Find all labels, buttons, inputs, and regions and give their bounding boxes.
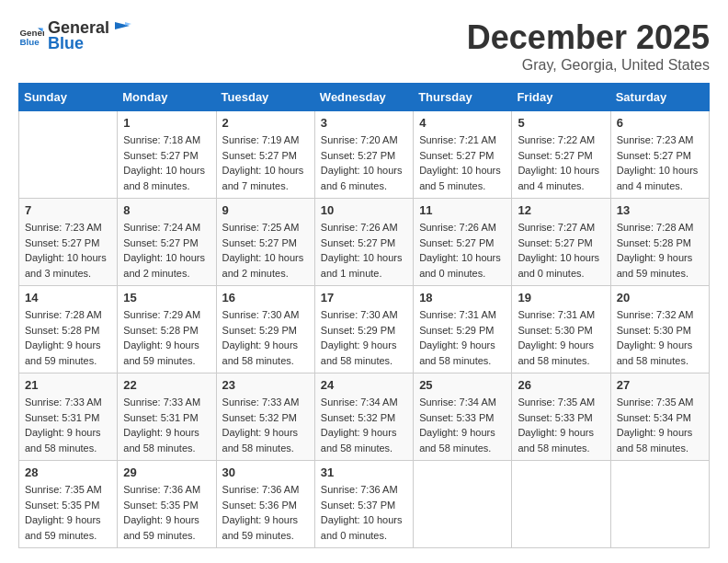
daylight-label: Daylight: 9 hours and 58 minutes. <box>321 427 397 454</box>
calendar-cell: 25Sunrise: 7:34 AMSunset: 5:33 PMDayligh… <box>414 373 512 461</box>
sunrise-label: Sunrise: 7:33 AM <box>25 396 102 408</box>
sunset-label: Sunset: 5:29 PM <box>222 325 297 336</box>
sunset-label: Sunset: 5:35 PM <box>25 500 99 511</box>
calendar-body: 1Sunrise: 7:18 AMSunset: 5:27 PMDaylight… <box>19 111 710 548</box>
cell-content: Sunrise: 7:20 AMSunset: 5:27 PMDaylight:… <box>321 132 407 193</box>
sunrise-label: Sunrise: 7:34 AM <box>419 396 496 408</box>
sunrise-label: Sunrise: 7:29 AM <box>123 309 200 320</box>
calendar-cell: 20Sunrise: 7:32 AMSunset: 5:30 PMDayligh… <box>610 286 709 373</box>
calendar-cell: 1Sunrise: 7:18 AMSunset: 5:27 PMDaylight… <box>118 111 216 199</box>
week-row-5: 28Sunrise: 7:35 AMSunset: 5:35 PMDayligh… <box>19 461 710 548</box>
sunrise-label: Sunrise: 7:22 AM <box>518 134 595 145</box>
daylight-label: Daylight: 10 hours and 2 minutes. <box>123 252 205 279</box>
sunset-label: Sunset: 5:27 PM <box>25 237 99 248</box>
day-number: 11 <box>419 203 506 217</box>
calendar-cell: 29Sunrise: 7:36 AMSunset: 5:35 PMDayligh… <box>118 461 216 548</box>
day-number: 2 <box>222 116 309 130</box>
cell-content: Sunrise: 7:22 AMSunset: 5:27 PMDaylight:… <box>518 132 604 193</box>
daylight-label: Daylight: 9 hours and 58 minutes. <box>518 427 594 454</box>
cell-content: Sunrise: 7:32 AMSunset: 5:30 PMDaylight:… <box>617 307 703 368</box>
sunrise-label: Sunrise: 7:35 AM <box>25 484 102 495</box>
calendar-cell: 15Sunrise: 7:29 AMSunset: 5:28 PMDayligh… <box>118 286 216 373</box>
day-number: 22 <box>123 378 210 392</box>
day-number: 19 <box>518 291 604 304</box>
day-number: 28 <box>25 465 111 479</box>
calendar-cell: 3Sunrise: 7:20 AMSunset: 5:27 PMDaylight… <box>314 111 413 199</box>
calendar-cell: 14Sunrise: 7:28 AMSunset: 5:28 PMDayligh… <box>19 286 118 373</box>
calendar-cell: 26Sunrise: 7:35 AMSunset: 5:33 PMDayligh… <box>512 373 610 461</box>
calendar-cell: 18Sunrise: 7:31 AMSunset: 5:29 PMDayligh… <box>414 286 512 373</box>
daylight-label: Daylight: 9 hours and 59 minutes. <box>25 514 101 541</box>
header-friday: Friday <box>512 84 610 111</box>
day-number: 23 <box>222 378 309 392</box>
sunrise-label: Sunrise: 7:34 AM <box>321 396 398 408</box>
sunset-label: Sunset: 5:27 PM <box>419 237 494 248</box>
cell-content: Sunrise: 7:23 AMSunset: 5:27 PMDaylight:… <box>25 220 111 281</box>
day-number: 8 <box>123 203 210 217</box>
daylight-label: Daylight: 10 hours and 4 minutes. <box>617 165 699 191</box>
calendar-cell <box>414 461 512 548</box>
daylight-label: Daylight: 9 hours and 58 minutes. <box>518 339 594 366</box>
calendar-cell: 27Sunrise: 7:35 AMSunset: 5:34 PMDayligh… <box>610 373 709 461</box>
day-number: 15 <box>123 291 210 304</box>
sunrise-label: Sunrise: 7:21 AM <box>419 134 496 145</box>
day-number: 27 <box>617 378 703 392</box>
calendar-cell: 2Sunrise: 7:19 AMSunset: 5:27 PMDaylight… <box>216 111 314 199</box>
sunset-label: Sunset: 5:34 PM <box>617 412 691 423</box>
calendar-cell: 23Sunrise: 7:33 AMSunset: 5:32 PMDayligh… <box>216 373 314 461</box>
cell-content: Sunrise: 7:36 AMSunset: 5:35 PMDaylight:… <box>123 482 210 543</box>
sunset-label: Sunset: 5:30 PM <box>518 325 592 336</box>
sunrise-label: Sunrise: 7:35 AM <box>617 396 694 408</box>
sunset-label: Sunset: 5:33 PM <box>419 412 494 423</box>
sunset-label: Sunset: 5:32 PM <box>222 412 297 423</box>
sunset-label: Sunset: 5:31 PM <box>25 412 99 423</box>
cell-content: Sunrise: 7:34 AMSunset: 5:33 PMDaylight:… <box>419 395 506 455</box>
header-thursday: Thursday <box>414 84 512 111</box>
cell-content: Sunrise: 7:28 AMSunset: 5:28 PMDaylight:… <box>617 220 703 281</box>
month-title: December 2025 <box>467 18 710 57</box>
sunset-label: Sunset: 5:28 PM <box>25 325 99 336</box>
header-wednesday: Wednesday <box>314 84 413 111</box>
day-number: 26 <box>518 378 604 392</box>
calendar-cell: 21Sunrise: 7:33 AMSunset: 5:31 PMDayligh… <box>19 373 118 461</box>
calendar-cell: 16Sunrise: 7:30 AMSunset: 5:29 PMDayligh… <box>216 286 314 373</box>
cell-content: Sunrise: 7:29 AMSunset: 5:28 PMDaylight:… <box>123 307 210 368</box>
day-number: 16 <box>222 291 309 304</box>
daylight-label: Daylight: 9 hours and 58 minutes. <box>419 339 495 366</box>
cell-content: Sunrise: 7:30 AMSunset: 5:29 PMDaylight:… <box>321 307 407 368</box>
cell-content: Sunrise: 7:28 AMSunset: 5:28 PMDaylight:… <box>25 307 111 368</box>
cell-content: Sunrise: 7:33 AMSunset: 5:31 PMDaylight:… <box>25 395 111 455</box>
cell-content: Sunrise: 7:26 AMSunset: 5:27 PMDaylight:… <box>321 220 407 281</box>
sunset-label: Sunset: 5:37 PM <box>321 500 395 511</box>
sunset-label: Sunset: 5:33 PM <box>518 412 592 423</box>
daylight-label: Daylight: 9 hours and 59 minutes. <box>123 514 199 541</box>
daylight-label: Daylight: 9 hours and 59 minutes. <box>617 252 693 279</box>
day-number: 12 <box>518 203 604 217</box>
calendar-cell: 12Sunrise: 7:27 AMSunset: 5:27 PMDayligh… <box>512 199 610 286</box>
day-number: 31 <box>321 465 407 479</box>
calendar-cell: 5Sunrise: 7:22 AMSunset: 5:27 PMDaylight… <box>512 111 610 199</box>
daylight-label: Daylight: 9 hours and 58 minutes. <box>123 427 199 454</box>
daylight-label: Daylight: 10 hours and 6 minutes. <box>321 165 403 191</box>
week-row-1: 1Sunrise: 7:18 AMSunset: 5:27 PMDaylight… <box>19 111 710 199</box>
header-monday: Monday <box>118 84 216 111</box>
sunrise-label: Sunrise: 7:23 AM <box>617 134 694 145</box>
sunrise-label: Sunrise: 7:18 AM <box>123 134 200 145</box>
sunset-label: Sunset: 5:27 PM <box>222 237 297 248</box>
sunset-label: Sunset: 5:27 PM <box>222 150 297 161</box>
calendar-cell: 28Sunrise: 7:35 AMSunset: 5:35 PMDayligh… <box>19 461 118 548</box>
calendar-cell: 7Sunrise: 7:23 AMSunset: 5:27 PMDaylight… <box>19 199 118 286</box>
title-section: December 2025 Gray, Georgia, United Stat… <box>467 18 710 74</box>
daylight-label: Daylight: 9 hours and 59 minutes. <box>222 514 299 541</box>
calendar-header-row: SundayMondayTuesdayWednesdayThursdayFrid… <box>19 84 710 111</box>
cell-content: Sunrise: 7:35 AMSunset: 5:35 PMDaylight:… <box>25 482 111 543</box>
day-number: 7 <box>25 203 111 217</box>
day-number: 13 <box>617 203 703 217</box>
daylight-label: Daylight: 10 hours and 3 minutes. <box>25 252 107 279</box>
week-row-2: 7Sunrise: 7:23 AMSunset: 5:27 PMDaylight… <box>19 199 710 286</box>
calendar-cell <box>512 461 610 548</box>
cell-content: Sunrise: 7:24 AMSunset: 5:27 PMDaylight:… <box>123 220 210 281</box>
cell-content: Sunrise: 7:25 AMSunset: 5:27 PMDaylight:… <box>222 220 309 281</box>
logo-flag-icon <box>111 20 131 37</box>
day-number: 21 <box>25 378 111 392</box>
